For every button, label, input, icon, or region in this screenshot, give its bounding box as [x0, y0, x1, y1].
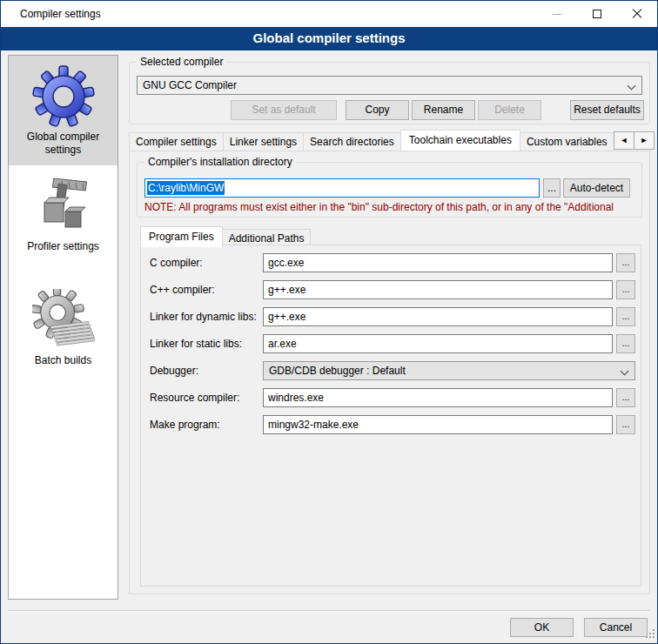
browse-dynamic-linker-button[interactable]: ... [616, 307, 635, 326]
tab-compiler-settings[interactable]: Compiler settings [129, 132, 224, 151]
sidebar-item-batch-builds[interactable]: Batch builds [9, 279, 118, 376]
arrow-left-icon: ◄ [621, 136, 628, 144]
reset-defaults-button[interactable]: Reset defaults [570, 100, 644, 120]
static-linker-input[interactable] [263, 334, 613, 353]
set-as-default-button[interactable]: Set as default [231, 100, 337, 120]
rename-button[interactable]: Rename [412, 100, 475, 120]
group-legend: Compiler's installation directory [144, 156, 296, 169]
titlebar: Compiler settings [1, 1, 657, 27]
chevron-down-icon [621, 367, 629, 376]
form-row: Debugger: GDB/CDB debugger : Default [141, 361, 641, 380]
ok-button[interactable]: OK [510, 618, 574, 637]
caliper-icon [12, 172, 114, 240]
field-label: Make program: [150, 415, 220, 434]
resize-grip-icon[interactable] [646, 628, 655, 641]
dynamic-linker-input[interactable] [263, 307, 613, 326]
blue-gear-icon [12, 63, 114, 131]
settings-tabs: Compiler settings Linker settings Search… [129, 131, 645, 151]
close-icon [632, 9, 642, 19]
maximize-button[interactable] [577, 1, 617, 27]
browse-make-program-button[interactable]: ... [616, 415, 635, 434]
field-label: Resource compiler: [150, 388, 239, 407]
compiler-settings-dialog: Compiler settings Global compiler settin… [0, 0, 658, 644]
installation-directory-group: Compiler's installation directory C:\ray… [137, 162, 642, 218]
field-label: C++ compiler: [150, 280, 215, 299]
form-row: Resource compiler: ... [141, 388, 641, 407]
chevron-down-icon [628, 82, 636, 91]
sidebar-item-label: Global compiler settings [12, 131, 114, 157]
form-row: Linker for dynamic libs: ... [141, 307, 641, 326]
cancel-button[interactable]: Cancel [584, 618, 648, 637]
form-row: C++ compiler: ... [141, 280, 641, 299]
maximize-icon [593, 10, 601, 18]
c-compiler-input[interactable] [263, 253, 613, 272]
compiler-select-value: GNU GCC Compiler [143, 79, 237, 91]
browse-static-linker-button[interactable]: ... [616, 334, 635, 353]
browse-directory-button[interactable]: ... [543, 178, 561, 198]
make-program-input[interactable] [263, 415, 613, 434]
tab-scroll-left-button[interactable]: ◄ [614, 131, 634, 150]
browse-resource-compiler-button[interactable]: ... [616, 388, 635, 407]
field-label: Linker for static libs: [150, 334, 242, 353]
bin-subdirectory-note: NOTE: All programs must exist either in … [144, 201, 640, 213]
auto-detect-button[interactable]: Auto-detect [563, 178, 630, 198]
tab-scroll-right-button[interactable]: ► [634, 131, 655, 150]
footer-divider [8, 610, 650, 612]
form-row: C compiler: ... [141, 253, 641, 272]
browse-cpp-compiler-button[interactable]: ... [616, 280, 635, 299]
resource-compiler-input[interactable] [263, 388, 613, 407]
field-label: C compiler: [150, 253, 203, 272]
group-legend: Selected compiler [137, 56, 226, 69]
tab-program-files[interactable]: Program Files [140, 226, 223, 247]
copy-button[interactable]: Copy [346, 100, 409, 120]
form-row: Make program: ... [141, 415, 641, 434]
gray-gear-stack-icon [12, 286, 114, 354]
delete-button[interactable]: Delete [478, 100, 541, 120]
tab-custom-variables[interactable]: Custom variables [520, 132, 614, 151]
minimize-button[interactable] [537, 1, 577, 27]
selected-compiler-group: Selected compiler GNU GCC Compiler Set a… [129, 62, 650, 124]
window-title: Compiler settings [20, 1, 101, 27]
debugger-select[interactable]: GDB/CDB debugger : Default [263, 361, 635, 380]
browse-c-compiler-button[interactable]: ... [616, 253, 635, 272]
arrow-right-icon: ► [641, 136, 648, 144]
sidebar-item-global-compiler-settings[interactable]: Global compiler settings [9, 56, 118, 165]
cpp-compiler-input[interactable] [263, 280, 613, 299]
debugger-select-value: GDB/CDB debugger : Default [269, 365, 406, 377]
page-title: Global compiler settings [1, 27, 657, 50]
tab-toolchain-executables[interactable]: Toolchain executables [400, 130, 520, 151]
sidebar-item-profiler-settings[interactable]: Profiler settings [9, 165, 118, 262]
settings-category-list: Global compiler settings [8, 55, 118, 600]
compiler-buttons-row: Set as default Copy Rename Delete Reset … [137, 100, 642, 120]
tab-linker-settings[interactable]: Linker settings [223, 132, 304, 151]
sidebar-item-label: Batch builds [12, 354, 114, 367]
toolchain-executables-panel: Compiler's installation directory C:\ray… [129, 151, 650, 594]
caption-buttons [537, 1, 657, 27]
close-button[interactable] [617, 1, 657, 27]
tab-search-directories[interactable]: Search directories [303, 132, 401, 151]
sidebar-item-label: Profiler settings [12, 240, 114, 253]
form-row: Linker for static libs: ... [141, 334, 641, 353]
field-label: Linker for dynamic libs: [150, 307, 257, 326]
field-label: Debugger: [150, 361, 198, 380]
installation-directory-input[interactable]: C:\raylib\MinGW [144, 178, 540, 198]
compiler-select[interactable]: GNU GCC Compiler [137, 76, 642, 95]
program-files-panel: C compiler: ... C++ compiler: ... Linker… [140, 245, 641, 587]
minimize-icon [553, 14, 561, 15]
selected-path-text: C:\raylib\MinGW [147, 181, 225, 195]
